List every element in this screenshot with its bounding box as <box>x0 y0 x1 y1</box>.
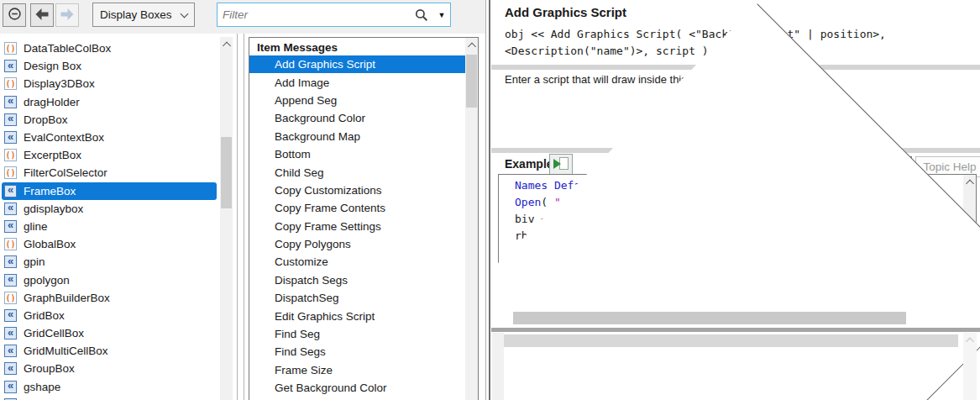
item-message-list-item[interactable]: Copy Polygons <box>249 235 478 253</box>
display-box-list-item[interactable]: () GraphBuilderBox <box>0 289 220 307</box>
display-box-list-item[interactable]: « GridCellBox <box>0 324 220 342</box>
category-dropdown[interactable]: Display Boxes <box>92 3 195 27</box>
item-message-list-item[interactable]: Append Seg <box>249 92 478 109</box>
item-message-list-item[interactable]: Copy Frame Contents <box>249 199 478 217</box>
item-messages-list: Add Graphics Script Add Image Append Seg… <box>249 55 478 400</box>
list-item-label: Copy Customizations <box>275 184 382 197</box>
display-box-list-item[interactable]: « gshape <box>0 378 220 396</box>
list-item-label: gpolygon <box>24 274 70 287</box>
item-message-list-item[interactable]: Find Segs <box>249 343 478 361</box>
display-box-list-item[interactable]: « EvalContextBox <box>0 129 220 146</box>
detail-pane: Add Graphics Script obj << Add Graphics … <box>491 0 980 400</box>
display-box-list-item[interactable]: « FrameBox <box>0 182 220 200</box>
filter-dropdown-arrow[interactable]: ▼ <box>433 11 450 19</box>
item-message-list-item[interactable]: Child Seg <box>249 163 478 181</box>
item-message-list-item[interactable]: Edit Graphics Script <box>249 307 478 324</box>
list-item-label: Copy Frame Contents <box>275 202 385 214</box>
code-token: Open <box>515 196 541 208</box>
display-box-list-item[interactable]: « gpolygon <box>0 271 220 288</box>
scroll-up-icon[interactable] <box>966 180 974 188</box>
display-box-list-item[interactable]: « Design Box <box>0 57 220 75</box>
display-box-list-item[interactable]: () Display3DBox <box>0 75 220 92</box>
display-box-list-item[interactable]: « GroupBox <box>0 360 220 377</box>
syntax-line: obj << Add Graphics Script( <"Back" | "F… <box>505 26 886 43</box>
list-item-label: Copy Frame Settings <box>275 220 381 233</box>
item-messages-panel: Item Messages Add Graphics Script Add Im… <box>249 37 479 400</box>
item-message-list-item[interactable]: Bottom <box>249 145 478 163</box>
item-message-list-item[interactable]: Dispatch Segs <box>249 271 478 289</box>
list-item-label: GroupBox <box>24 362 75 375</box>
list-item-label: Add Graphics Script <box>275 58 375 71</box>
list-item-label: gdisplaybox <box>24 203 83 215</box>
display-box-list-item[interactable]: « GridMultiCellBox <box>0 342 220 360</box>
list-item-label: Add Image <box>275 76 329 89</box>
filter-input[interactable] <box>217 8 410 21</box>
list-item-label: gshape <box>24 381 60 393</box>
item-message-list-item[interactable]: Background Map <box>249 128 478 145</box>
list-item-label: Bottom <box>275 148 311 161</box>
list-item-label: GridBox <box>24 309 65 322</box>
scroll-up-icon[interactable] <box>966 338 974 346</box>
list-item-label: Get Background Color <box>275 382 387 394</box>
display-box-list-item[interactable]: () ExcerptBox <box>0 146 220 164</box>
item-message-list-item[interactable]: Add Image <box>249 73 478 91</box>
double-chevron-icon: « <box>4 327 17 339</box>
code-scrollbar-horizontal[interactable] <box>499 310 976 326</box>
left-list-scrollbar[interactable] <box>220 37 233 400</box>
list-item-label: Display3DBox <box>24 77 95 90</box>
item-message-list-item[interactable]: Add Graphics Script <box>249 55 478 73</box>
pane-splitter-line <box>485 0 486 400</box>
double-chevron-icon: « <box>4 220 17 233</box>
item-message-list-item[interactable]: Copy Customizations <box>249 182 478 199</box>
display-box-list-item[interactable]: « gpin <box>0 253 220 271</box>
display-box-list-item[interactable]: « <box>0 396 220 400</box>
search-icon[interactable] <box>410 8 433 22</box>
item-message-list-item[interactable]: Get Background Color <box>249 379 478 397</box>
item-messages-scrollbar[interactable] <box>465 38 478 400</box>
list-item-label: DropBox <box>24 113 68 126</box>
run-example-button[interactable] <box>549 154 573 175</box>
forward-button[interactable] <box>55 3 79 27</box>
scrollbar-thumb[interactable] <box>513 312 906 324</box>
list-item-label: Find Seg <box>275 328 320 340</box>
scroll-up-icon[interactable] <box>223 42 231 50</box>
double-chevron-icon: « <box>4 255 17 268</box>
list-item-label: Frame Size <box>275 364 333 376</box>
list-item-label: DataTableColBox <box>24 42 111 55</box>
list-item-label: Child Seg <box>275 166 324 179</box>
example-output-splitter[interactable] <box>491 328 980 332</box>
output-scrollbar-horizontal[interactable] <box>504 334 958 347</box>
scrollbar-thumb[interactable] <box>466 55 477 108</box>
display-box-list-item[interactable]: () FilterColSelector <box>0 164 220 182</box>
item-message-list-item[interactable]: Copy Frame Settings <box>249 218 478 235</box>
scroll-up-icon[interactable] <box>468 43 476 51</box>
display-box-list-item[interactable]: () GlobalBox <box>0 235 220 253</box>
syntax-block: obj << Add Graphics Script( <"Back" | "F… <box>505 26 886 60</box>
paren-icon: () <box>4 166 17 179</box>
item-message-list-item[interactable]: Customize <box>249 253 478 271</box>
list-item-label: Background Map <box>275 130 360 143</box>
display-box-list-item[interactable]: « gline <box>0 218 220 235</box>
list-item-label: Edit Graphics Script <box>275 310 375 323</box>
circle-minus-icon <box>8 7 22 24</box>
item-message-list-item[interactable]: Background Color <box>249 109 478 127</box>
item-message-list-item[interactable]: DispatchSeg <box>249 289 478 307</box>
item-message-list-item[interactable]: Find Seg <box>249 325 478 343</box>
display-box-list-item[interactable]: () DataTableColBox <box>0 39 220 57</box>
item-message-list-item[interactable]: Frame Size <box>249 361 478 379</box>
example-code-editor[interactable]: Names Default To Here( 1 );Open( "$SAMPL… <box>498 174 977 327</box>
display-box-list-item[interactable]: « gdisplaybox <box>0 200 220 218</box>
display-box-list-item[interactable]: « DropBox <box>0 111 220 129</box>
menu-button[interactable] <box>3 3 26 27</box>
toolbar: Display Boxes ▼ <box>0 0 485 34</box>
display-box-list-item[interactable]: « GridBox <box>0 307 220 324</box>
list-item-label: FilterColSelector <box>24 166 107 179</box>
item-message-list-item[interactable]: Get Background Fill <box>249 397 478 400</box>
display-box-list-item[interactable]: « dragHolder <box>0 93 220 111</box>
list-item-label: GraphBuilderBox <box>24 292 110 304</box>
output-scrollbar-vertical[interactable] <box>963 333 977 400</box>
scrollbar-thumb[interactable] <box>221 137 232 208</box>
topic-title: Add Graphics Script <box>505 5 626 19</box>
back-button[interactable] <box>30 3 54 27</box>
pane-splitter[interactable] <box>489 0 490 400</box>
